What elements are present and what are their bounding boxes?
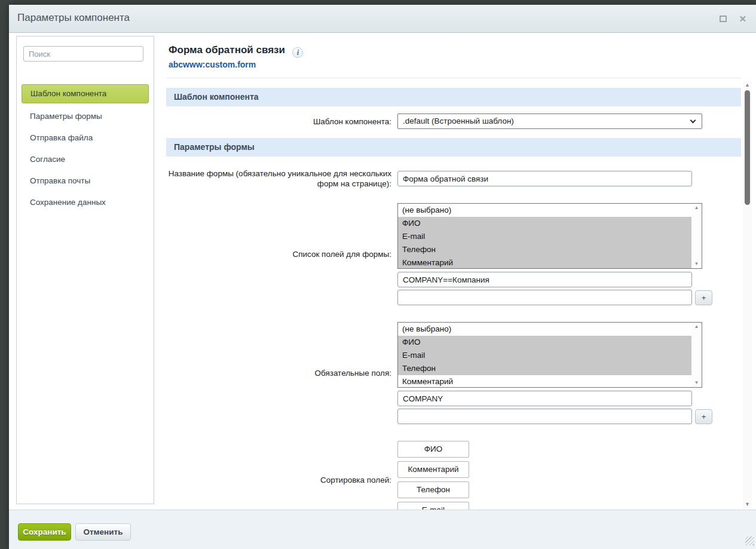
scrollbar-thumb[interactable] [745, 90, 750, 205]
scroll-up-icon[interactable]: ▲ [694, 206, 699, 210]
dialog-footer: Сохранить Отменить [9, 510, 756, 549]
sort-fields-row: Сортировка полей: ФИО Комментарий Телефо… [166, 441, 741, 510]
template-select[interactable]: .default (Встроенный шаблон) [397, 114, 702, 129]
sidebar-menu: Шаблон компонента Параметры формы Отправ… [22, 84, 149, 213]
component-parameters-dialog: Параметры компонента ✕ Шаблон компонента… [9, 5, 756, 549]
required-listbox[interactable]: (не выбрано) ФИО E-mail Телефон Коммента… [397, 322, 702, 388]
template-select-value: .default (Встроенный шаблон) [403, 116, 514, 125]
search-input[interactable] [23, 46, 143, 62]
info-icon[interactable]: i [292, 47, 303, 58]
scroll-up-icon[interactable]: ▲ [694, 324, 699, 329]
fields-listbox[interactable]: (не выбрано) ФИО E-mail Телефон Коммента… [397, 203, 702, 269]
required-new-input[interactable] [397, 409, 692, 424]
dialog-title: Параметры компонента [17, 12, 130, 24]
sort-field-item[interactable]: E-mail [397, 502, 469, 510]
required-listbox-option[interactable]: (не выбрано) [398, 323, 702, 336]
close-icon[interactable]: ✕ [739, 14, 746, 23]
fields-listbox-option[interactable]: (не выбрано) [398, 204, 702, 217]
fields-listbox-option[interactable]: ФИО [398, 217, 702, 230]
section-header-form-params: Параметры формы [166, 138, 741, 157]
required-fields-row: Обязательные поля: (не выбрано) ФИО E-ma… [166, 322, 741, 424]
main-scrollbar[interactable]: ▲ ▼ [743, 81, 752, 508]
fields-list-label: Список полей для формы: [166, 249, 391, 259]
maximize-icon[interactable] [720, 16, 727, 22]
page-title: Форма обратной связи [169, 44, 285, 56]
window-controls: ✕ [720, 5, 746, 33]
sidebar-item[interactable]: Шаблон компонента [22, 84, 149, 103]
sidebar-item[interactable]: Согласие [22, 149, 149, 170]
required-fields-label: Обязательные поля: [166, 368, 391, 378]
sidebar-item[interactable]: Параметры формы [22, 106, 149, 127]
resize-grip-icon[interactable] [745, 536, 754, 545]
form-name-input[interactable] [397, 171, 692, 186]
fields-custom-input[interactable] [397, 272, 692, 287]
cancel-button[interactable]: Отменить [75, 523, 131, 541]
section-header-template: Шаблон компонента [166, 88, 741, 106]
header-divider [166, 78, 741, 78]
sidebar: Шаблон компонента Параметры формы Отправ… [16, 36, 154, 504]
sidebar-item[interactable]: Сохранение данных [22, 192, 149, 213]
scroll-down-icon[interactable]: ▼ [743, 501, 752, 507]
required-listbox-option[interactable]: Комментарий [398, 375, 702, 388]
sort-field-item[interactable]: Комментарий [397, 461, 469, 478]
save-button[interactable]: Сохранить [18, 523, 71, 541]
sort-fields-list: ФИО Комментарий Телефон E-mail [397, 441, 469, 510]
fields-listbox-option[interactable]: E-mail [398, 230, 702, 243]
required-listbox-scrollbar[interactable]: ▲ ▼ [691, 323, 702, 387]
component-name: abcwww:custom.form [166, 60, 741, 69]
main-content: Форма обратной связи i abcwww:custom.for… [166, 33, 741, 510]
required-add-button[interactable]: + [695, 409, 712, 424]
form-name-row: Название формы (обязательно уникальное д… [166, 168, 741, 189]
dialog-body: Шаблон компонента Параметры формы Отправ… [9, 33, 756, 510]
chevron-down-icon [690, 118, 696, 124]
page-head: Форма обратной связи i [166, 44, 741, 58]
fields-new-input[interactable] [397, 290, 692, 305]
fields-listbox-option[interactable]: Телефон [398, 243, 702, 256]
fields-list-row: Список полей для формы: (не выбрано) ФИО… [166, 203, 741, 305]
required-custom-input[interactable] [397, 391, 692, 406]
required-listbox-option[interactable]: Телефон [398, 362, 702, 375]
template-row: Шаблон компонента: .default (Встроенный … [166, 114, 741, 129]
fields-listbox-scrollbar[interactable]: ▲ ▼ [691, 204, 702, 268]
fields-listbox-option[interactable]: Комментарий [398, 256, 702, 269]
template-select-label: Шаблон компонента: [166, 116, 391, 127]
sidebar-item[interactable]: Отправка почты [22, 170, 149, 192]
sort-fields-label: Сортировка полей: [166, 475, 391, 485]
sidebar-item[interactable]: Отправка файла [22, 127, 149, 149]
form-name-label: Название формы (обязательно уникальное д… [166, 168, 391, 189]
scroll-up-icon[interactable]: ▲ [743, 82, 752, 88]
required-listbox-option[interactable]: ФИО [398, 336, 702, 349]
fields-add-button[interactable]: + [695, 290, 712, 305]
scroll-down-icon[interactable]: ▼ [694, 381, 699, 385]
required-listbox-option[interactable]: E-mail [398, 349, 702, 362]
sort-field-item[interactable]: Телефон [397, 481, 469, 498]
scroll-down-icon[interactable]: ▼ [694, 262, 699, 266]
dialog-titlebar: Параметры компонента ✕ [9, 5, 756, 33]
sort-field-item[interactable]: ФИО [397, 441, 469, 458]
